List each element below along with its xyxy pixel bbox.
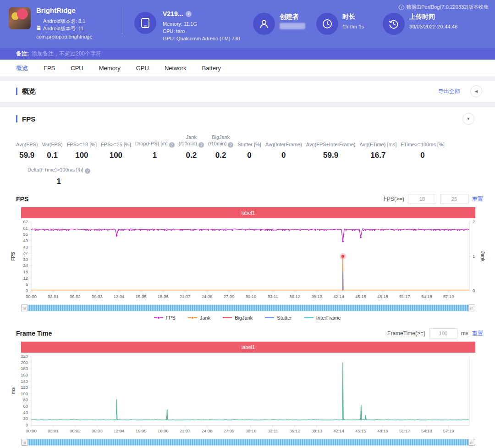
legend-item-jank[interactable]: Jank: [187, 315, 210, 321]
time-range-slider[interactable]: ||||||: [21, 439, 475, 446]
svg-text:12:04: 12:04: [114, 428, 125, 433]
slider-handle-right[interactable]: |||: [468, 439, 475, 446]
stat-item: Stutter [%]0: [237, 141, 261, 160]
tab-overview[interactable]: 概览: [16, 64, 28, 72]
help-icon[interactable]: ?: [169, 142, 175, 148]
stat-value: 1: [28, 177, 90, 186]
threshold-input-2[interactable]: [440, 194, 468, 204]
legend-label: Jank: [200, 315, 210, 321]
note-bar[interactable]: 备注: 添加备注，不超过200个字符: [0, 48, 495, 60]
time-range-slider[interactable]: ||||||: [21, 304, 475, 311]
stat-value: 0.2: [208, 151, 233, 160]
stat-value: 0: [265, 151, 302, 160]
svg-text:55: 55: [23, 232, 28, 237]
grip-icon: |||: [470, 441, 474, 444]
svg-text:FPS: FPS: [11, 252, 16, 261]
overview-title-row: 概览: [16, 87, 36, 96]
svg-text:30: 30: [23, 257, 28, 262]
help-icon[interactable]: ?: [85, 168, 90, 174]
svg-text:54:18: 54:18: [421, 428, 432, 433]
chart-legend: FPSJankBigJankStutterInterFrame: [9, 315, 485, 321]
svg-text:160: 160: [21, 372, 28, 377]
triangle-down-icon: ▼: [467, 116, 471, 121]
tab-fps[interactable]: FPS: [44, 65, 55, 72]
legend-item-bigjank[interactable]: BigJank: [222, 315, 253, 321]
person-icon: [258, 18, 270, 29]
help-icon[interactable]: ?: [228, 142, 233, 148]
tab-network[interactable]: Network: [165, 65, 187, 72]
svg-text:12:04: 12:04: [114, 294, 125, 299]
legend-marker: [187, 316, 198, 320]
svg-text:36:12: 36:12: [289, 294, 300, 299]
tab-cpu[interactable]: CPU: [71, 65, 83, 72]
svg-text:120: 120: [21, 385, 28, 390]
stat-label: Avg(FTime) [ms]: [360, 141, 397, 148]
svg-text:57:19: 57:19: [443, 428, 454, 433]
reset-link[interactable]: 重置: [472, 330, 483, 337]
info-icon: i: [399, 5, 404, 10]
svg-text:21:07: 21:07: [180, 428, 191, 433]
stat-value: 0: [401, 151, 445, 160]
device-icon-circle: [134, 12, 156, 34]
svg-text:24:08: 24:08: [202, 294, 213, 299]
threshold-input-1[interactable]: [408, 194, 436, 204]
chart-title: Frame Time: [16, 330, 52, 337]
svg-text:20: 20: [23, 416, 28, 421]
legend-item-fps[interactable]: FPS: [154, 315, 176, 321]
fps-chart-svg[interactable]: 6761554943373024181260FPS210Jank00:0003:…: [9, 218, 485, 304]
slider-handle-left[interactable]: |||: [21, 304, 28, 311]
svg-text:51:17: 51:17: [399, 428, 410, 433]
history-clock-icon: [388, 18, 399, 29]
legend-item-interframe[interactable]: InterFrame: [304, 315, 341, 321]
stat-item: Avg(InterFrame)0: [265, 141, 302, 160]
device-specs: Memory: 11.1G CPU: taro GPU: Qualcomm Ad…: [163, 20, 240, 42]
device-info-icon[interactable]: i: [186, 11, 192, 17]
android-icon: [36, 21, 41, 33]
svg-text:36:12: 36:12: [289, 428, 300, 433]
fps-collapse-button[interactable]: ▼: [462, 113, 474, 125]
fps-stats-row2: Delta(FTime)>100ms [/h]?1: [28, 166, 495, 186]
tab-memory[interactable]: Memory: [99, 65, 121, 72]
help-icon[interactable]: ?: [198, 142, 204, 148]
stat-value: 16.7: [360, 151, 397, 160]
fps-section-title: FPS: [22, 115, 35, 123]
svg-text:18:06: 18:06: [158, 294, 169, 299]
stat-value: 100: [67, 151, 97, 160]
svg-text:00:00: 00:00: [26, 428, 37, 433]
slider-handle-right[interactable]: |||: [468, 304, 475, 311]
svg-text:30:10: 30:10: [245, 294, 256, 299]
svg-text:48:16: 48:16: [377, 294, 388, 299]
svg-text:33:11: 33:11: [268, 294, 278, 299]
export-all-link[interactable]: 导出全部: [438, 88, 460, 95]
reset-link[interactable]: 重置: [472, 195, 483, 203]
upload-icon-circle: [383, 13, 405, 35]
fps-stats-row: Avg(FPS)59.9Var(FPS)0.1FPS>=18 [%]100FPS…: [16, 134, 445, 160]
legend-item-stutter[interactable]: Stutter: [264, 315, 292, 321]
threshold-controls: FPS(>=)重置: [384, 194, 483, 204]
svg-text:40: 40: [23, 410, 28, 415]
slider-handle-left[interactable]: |||: [21, 439, 28, 446]
svg-text:43: 43: [23, 244, 28, 249]
frametime-chart-svg[interactable]: 220200180160140120100806040200ms00:0003:…: [9, 353, 485, 438]
svg-text:67: 67: [23, 219, 28, 224]
android-version-code: Android版本号: 11: [43, 25, 85, 32]
chart-title: FPS: [16, 195, 28, 203]
stat-value: 0.2: [179, 151, 204, 160]
stat-label: Drop(FPS) [/h]?: [135, 140, 175, 148]
android-version-name: Android版本名: 8.1: [43, 17, 85, 25]
threshold-input-1[interactable]: [429, 328, 457, 338]
stat-label: Delta(FTime)>100ms [/h]?: [28, 166, 90, 174]
overview-collapse-button[interactable]: ◀: [470, 85, 482, 97]
stat-item: Delta(FTime)>100ms [/h]?1: [28, 166, 90, 186]
stat-item: FTime>=100ms [%]0: [401, 141, 445, 160]
tab-gpu[interactable]: GPU: [136, 65, 149, 72]
svg-text:30:10: 30:10: [245, 428, 256, 433]
svg-text:33:11: 33:11: [268, 428, 278, 433]
svg-text:220: 220: [21, 354, 28, 359]
tab-battery[interactable]: Battery: [202, 65, 221, 72]
stat-item: FPS>=18 [%]100: [67, 141, 97, 160]
note-placeholder: 添加备注，不超过200个字符: [32, 50, 101, 58]
svg-text:0: 0: [26, 422, 28, 427]
grip-icon: |||: [470, 307, 474, 310]
upload-label: 上传时间: [409, 13, 435, 21]
